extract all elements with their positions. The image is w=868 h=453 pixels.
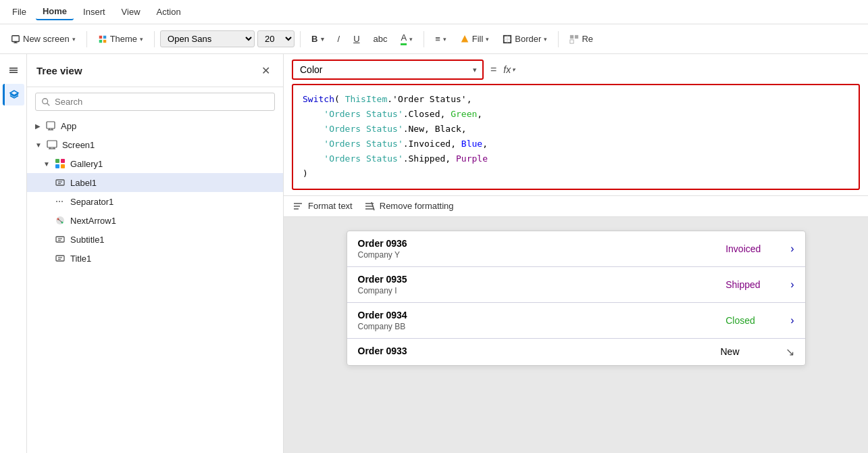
format-bar: Format text Remove formatting xyxy=(284,196,868,217)
fx-button[interactable]: fx ▾ xyxy=(503,64,515,75)
svg-rect-29 xyxy=(61,164,65,168)
equals-sign: = xyxy=(488,64,499,76)
app-triangle-icon: ▶ xyxy=(35,122,41,130)
menu-home[interactable]: Home xyxy=(36,3,74,20)
tree-item-title1[interactable]: Title1 xyxy=(27,249,283,268)
svg-rect-13 xyxy=(9,68,18,69)
font-size-select[interactable]: 20 xyxy=(257,30,295,47)
toolbar-sep-2 xyxy=(154,31,155,47)
font-color-button[interactable]: A ▾ xyxy=(395,30,418,48)
menu-action[interactable]: Action xyxy=(150,4,188,20)
svg-rect-12 xyxy=(570,39,573,43)
toolbar-sep-5 xyxy=(558,31,559,47)
reorder-label: Re xyxy=(582,34,593,44)
menu-insert[interactable]: Insert xyxy=(76,4,112,20)
tree-item-gallery1[interactable]: ▼ Gallery1 xyxy=(27,154,283,173)
menu-file[interactable]: File xyxy=(5,4,33,20)
order-info-4: Order 0933 xyxy=(358,345,710,358)
app-icon xyxy=(45,120,57,132)
subtitle1-icon xyxy=(54,233,66,245)
status-badge-4: New xyxy=(721,346,775,357)
underline-label: U xyxy=(353,34,359,44)
menu-view[interactable]: View xyxy=(115,4,147,20)
table-row[interactable]: Order 0935 Company I Shipped › xyxy=(347,267,805,303)
remove-formatting-icon xyxy=(363,200,376,212)
svg-rect-6 xyxy=(103,39,106,42)
underline-button[interactable]: U xyxy=(348,31,365,47)
order-num-2: Order 0935 xyxy=(358,274,715,285)
tree-item-nextarrow1[interactable]: NextArrow1 xyxy=(27,211,283,230)
svg-rect-15 xyxy=(9,72,18,74)
status-badge-2: Shipped xyxy=(725,279,780,290)
svg-rect-28 xyxy=(55,164,59,168)
svg-line-17 xyxy=(47,103,50,105)
italic-label: / xyxy=(338,34,340,44)
chevron-right-icon-1: › xyxy=(790,243,794,255)
search-input[interactable] xyxy=(55,97,269,107)
svg-rect-10 xyxy=(570,34,573,38)
formula-code-block[interactable]: Switch( ThisItem.'Order Status', 'Orders… xyxy=(292,84,860,190)
toolbar-sep-4 xyxy=(424,31,424,47)
svg-rect-18 xyxy=(47,122,55,128)
tree-item-app[interactable]: ▶ App xyxy=(27,116,283,135)
fill-button[interactable]: Fill ▾ xyxy=(455,31,495,47)
tree-search-wrapper xyxy=(35,93,275,111)
border-chevron-icon: ▾ xyxy=(544,36,547,43)
align-chevron-icon: ▾ xyxy=(443,36,446,43)
strikethrough-button[interactable]: abc xyxy=(368,31,393,47)
status-badge-3: Closed xyxy=(725,315,780,326)
status-badge-1: Invoiced xyxy=(725,243,780,254)
left-icon-bar xyxy=(0,54,27,453)
theme-button[interactable]: Theme ▾ xyxy=(93,31,149,47)
table-row[interactable]: Order 0933 New ↘ xyxy=(347,339,805,365)
svg-rect-11 xyxy=(575,34,578,38)
tree-item-subtitle1-label: Subtitle1 xyxy=(70,235,105,245)
table-row[interactable]: Order 0934 Company BB Closed › xyxy=(347,303,805,339)
table-row[interactable]: Order 0936 Company Y Invoiced › xyxy=(347,231,805,267)
order-company-2: Company I xyxy=(358,286,715,295)
new-screen-button[interactable]: New screen ▾ xyxy=(5,31,81,47)
svg-rect-26 xyxy=(55,159,59,163)
chevron-right-icon-3: › xyxy=(790,314,794,327)
border-button[interactable]: Border ▾ xyxy=(497,31,553,47)
remove-formatting-button[interactable]: Remove formatting xyxy=(363,200,454,212)
fx-label: fx xyxy=(503,64,511,75)
tree-item-subtitle1[interactable]: Subtitle1 xyxy=(27,230,283,249)
align-button[interactable]: ≡ ▾ xyxy=(430,31,452,47)
strikethrough-label: abc xyxy=(374,34,388,44)
format-text-button[interactable]: Format text xyxy=(292,200,353,212)
bold-chevron-icon: ▾ xyxy=(321,36,324,43)
tree-item-screen1[interactable]: ▼ Screen1 xyxy=(27,135,283,154)
align-label: ≡ xyxy=(435,34,440,44)
border-label: Border xyxy=(515,34,541,44)
fill-label: Fill xyxy=(472,34,484,44)
tree-item-title1-label: Title1 xyxy=(70,254,91,264)
fill-chevron-icon: ▾ xyxy=(486,36,489,43)
layers-button[interactable] xyxy=(3,84,24,105)
tree-item-separator1-label: Separator1 xyxy=(70,197,113,207)
chevron-down-icon-4: ↘ xyxy=(786,345,794,358)
order-num-4: Order 0933 xyxy=(358,345,710,356)
hamburger-menu-button[interactable] xyxy=(3,59,24,81)
bold-button[interactable]: B ▾ xyxy=(306,31,329,47)
app-preview: Order 0936 Company Y Invoiced › Order 09… xyxy=(347,231,806,366)
svg-rect-14 xyxy=(9,70,18,71)
formula-area: Color ▾ = fx ▾ Switch( ThisItem.'Order S… xyxy=(284,54,868,196)
italic-button[interactable]: / xyxy=(332,31,346,47)
order-info-2: Order 0935 Company I xyxy=(358,274,715,295)
tree-item-separator1[interactable]: Separator1 xyxy=(27,192,283,211)
fx-chevron-icon: ▾ xyxy=(512,66,515,73)
title1-icon xyxy=(54,252,66,264)
font-color-label: A xyxy=(401,32,407,45)
tree-item-label1[interactable]: Label1 xyxy=(27,173,283,192)
nextarrow1-icon xyxy=(54,214,66,226)
theme-label: Theme xyxy=(110,34,137,44)
reorder-button[interactable]: Re xyxy=(564,31,598,47)
tree-header: Tree view ✕ xyxy=(27,54,283,87)
screen1-icon xyxy=(46,139,58,151)
svg-rect-4 xyxy=(103,35,106,38)
tree-close-button[interactable]: ✕ xyxy=(257,62,274,78)
font-select[interactable]: Open Sans xyxy=(160,30,255,47)
property-select[interactable]: Color xyxy=(293,61,482,78)
svg-rect-22 xyxy=(47,141,57,147)
